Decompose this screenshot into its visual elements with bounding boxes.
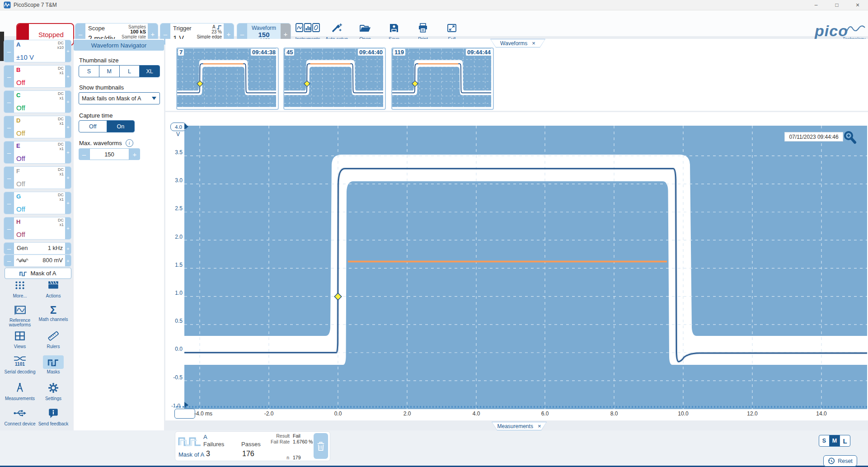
channel-f-collapse-button[interactable]: – [4, 167, 14, 189]
sidebar-item-serial-decoding[interactable]: 1101 Serial decoding [4, 355, 36, 380]
channel-card-h[interactable]: – H DCx1 Off + [4, 217, 71, 240]
show-thumbnails-dropdown[interactable]: Mask fails on Mask of A [79, 92, 160, 104]
close-button[interactable]: × [847, 0, 868, 10]
awg-row[interactable]: – AWG 800 mV + [4, 255, 71, 267]
channel-card-f[interactable]: – F DCx1 Off + [4, 166, 71, 189]
channel-g-state: Off [16, 205, 25, 213]
channel-g-collapse-button[interactable]: – [4, 192, 14, 214]
size-m-button[interactable]: M [99, 66, 119, 77]
info-icon[interactable]: i [126, 139, 133, 147]
size-l-button[interactable]: L [840, 435, 850, 446]
waveform-thumbnail[interactable]: 45 09:44:40 [283, 47, 386, 110]
channel-a-probe: x10 [57, 45, 64, 50]
max-waveforms-value[interactable]: 150 [89, 148, 129, 160]
mask-measurement-card[interactable]: Mask of A A Failures 3 Passes 176 Result… [175, 431, 330, 461]
capture-overview-scrollbar[interactable] [176, 406, 867, 408]
full-screen-icon [446, 23, 457, 33]
tab-measurements[interactable]: Measurements × [492, 422, 547, 430]
sidebar-item-settings[interactable]: Settings [37, 382, 70, 406]
capture-time-on-button[interactable]: On [107, 121, 135, 132]
svg-text:AWG: AWG [19, 259, 26, 262]
capture-time-off-button[interactable]: Off [79, 121, 107, 132]
sidebar-item-math-channels[interactable]: Σ Math channels [37, 305, 70, 329]
channel-b-collapse-button[interactable]: – [4, 66, 14, 87]
rising-edge-icon [216, 25, 222, 29]
failures-value: 3 [206, 450, 210, 458]
channel-card-a[interactable]: – A DCx10 ±10 V + [4, 40, 71, 62]
channel-c-collapse-button[interactable]: – [4, 91, 14, 113]
channel-a-expand-button[interactable]: + [65, 40, 71, 62]
channel-h-probe: x1 [58, 222, 64, 227]
size-xl-button[interactable]: XL [139, 66, 160, 77]
sidebar-item-reference-waveforms[interactable]: Reference waveforms [4, 305, 36, 329]
channel-card-e[interactable]: – E DCx1 Off + [4, 141, 71, 164]
minimize-button[interactable]: – [806, 0, 826, 10]
channel-g-expand-button[interactable]: + [65, 192, 71, 214]
size-s-button[interactable]: S [819, 435, 829, 446]
channel-a-collapse-button[interactable]: – [4, 40, 14, 62]
sidebar-item-masks[interactable]: Masks [37, 355, 70, 380]
n-value: 179 [293, 455, 301, 460]
waveform-thumbnail[interactable]: 119 09:44:44 [391, 47, 494, 110]
awg-expand-button[interactable]: + [65, 255, 71, 266]
open-icon [359, 23, 371, 33]
generator-collapse-button[interactable]: – [4, 243, 14, 254]
waveform-index: 150 [247, 31, 281, 38]
sidebar-item-send-feedback[interactable]: Send feedback [37, 407, 70, 432]
tab-waveforms[interactable]: Waveforms × [490, 39, 545, 47]
sidebar-item-more[interactable]: More... [4, 279, 36, 304]
max-waveforms-increase-button[interactable]: + [129, 148, 140, 160]
waveforms-tab-close-icon[interactable]: × [532, 40, 535, 47]
chevron-down-icon [152, 97, 156, 100]
channel-h-collapse-button[interactable]: – [4, 217, 14, 239]
channel-f-probe: x1 [58, 172, 64, 176]
channel-c-expand-button[interactable]: + [65, 91, 71, 113]
reset-button[interactable]: Reset [823, 455, 857, 467]
capture-time-label: Capture time [79, 112, 113, 119]
measurements-tab-close-icon[interactable]: × [538, 423, 541, 429]
channel-card-b[interactable]: – B DCx1 Off + [4, 65, 71, 88]
connect-device-icon [13, 407, 27, 419]
sidebar-item-actions[interactable]: Actions [37, 279, 70, 304]
failures-label: Failures [203, 441, 224, 448]
channel-b-expand-button[interactable]: + [65, 66, 71, 87]
delete-measurement-button[interactable] [314, 433, 328, 459]
y-axis-top-handle[interactable] [184, 123, 188, 130]
scope-view-panel: 4.0 V 3.5 3.0 2.5 2.0 1.5 1.0 0.5 0.0 -0… [165, 112, 868, 420]
thumbnail-timestamp: 09:44:40 [358, 49, 384, 56]
channel-f-expand-button[interactable]: + [65, 167, 71, 189]
sidebar-item-connect-device[interactable]: Connect device [4, 407, 36, 432]
settings-icon [47, 382, 59, 394]
generator-expand-button[interactable]: + [65, 243, 71, 254]
channel-h-expand-button[interactable]: + [65, 217, 71, 239]
channel-card-g[interactable]: – G DCx1 Off + [4, 192, 71, 214]
size-s-button[interactable]: S [79, 66, 99, 77]
awg-collapse-button[interactable]: – [4, 255, 14, 266]
max-waveforms-decrease-button[interactable]: – [79, 148, 89, 160]
sidebar-item-rulers[interactable]: Rulers [37, 330, 70, 354]
channel-card-d[interactable]: – D DCx1 Off + [4, 116, 71, 138]
navigator-header[interactable]: Waveform Navigator [74, 40, 164, 51]
measurements-tab-label: Measurements [497, 423, 533, 429]
reset-label: Reset [838, 458, 853, 464]
zoom-overview-icon[interactable] [843, 130, 857, 145]
print-icon [418, 23, 428, 33]
size-m-button[interactable]: M [829, 435, 840, 446]
channel-e-expand-button[interactable]: + [65, 142, 71, 163]
x-tick: 10.0 [670, 410, 697, 417]
sidebar-item-measurements[interactable]: Measurements [4, 382, 36, 406]
waveform-navigator-panel: Waveform Navigator Thumbnail size S M L … [74, 39, 164, 467]
size-l-button[interactable]: L [119, 66, 140, 77]
title-bar: PicoScope 7 T&M – □ × [0, 0, 868, 10]
mask-of-a-button[interactable]: Mask of A [5, 268, 71, 279]
channel-d-collapse-button[interactable]: – [4, 116, 14, 138]
generator-row[interactable]: – Gen 1 kHz + [4, 242, 71, 255]
channel-d-expand-button[interactable]: + [65, 116, 71, 138]
waveform-thumbnail[interactable]: 7 09:44:38 [176, 47, 279, 110]
scope-plot[interactable] [184, 126, 867, 409]
channel-card-c[interactable]: – C DCx1 Off + [4, 90, 71, 113]
sidebar-item-views[interactable]: Views [4, 330, 36, 354]
maximize-button[interactable]: □ [826, 0, 847, 10]
channel-e-collapse-button[interactable]: – [4, 142, 14, 163]
channel-d-probe: x1 [58, 121, 64, 126]
